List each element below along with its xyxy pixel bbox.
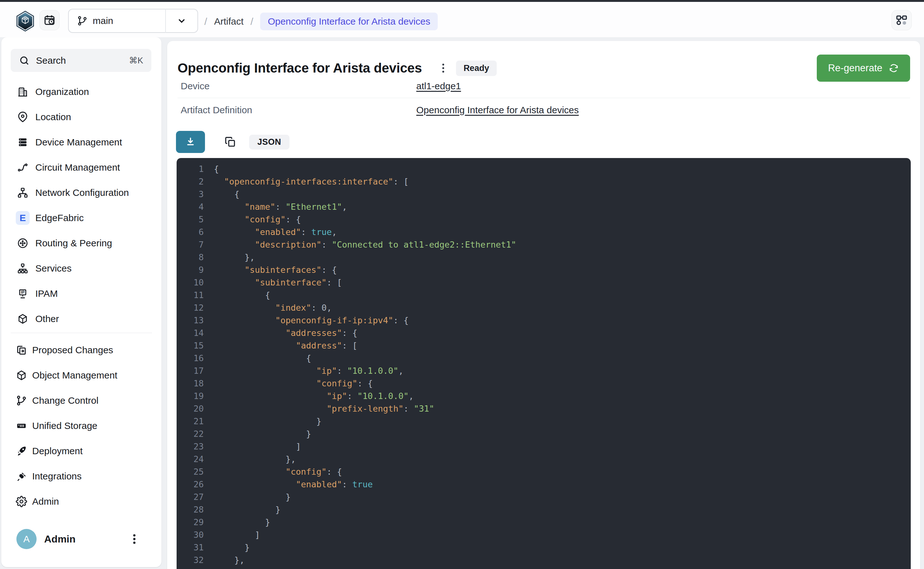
svg-text:IP: IP [21, 290, 24, 295]
router-icon [16, 236, 30, 250]
main-content: Openconfig Interface for Arista devices … [167, 41, 920, 569]
topology-apps-button[interactable] [892, 10, 912, 30]
user-kebab-menu[interactable] [128, 530, 141, 548]
search-shortcut: ⌘K [129, 56, 143, 65]
sidebar-divider [11, 333, 152, 333]
sidebar-group-primary: Organization Location Device Manageme [1, 79, 161, 332]
code-line: 19 "ip": "10.1.0.0", [176, 390, 911, 402]
building-icon [16, 85, 30, 99]
circuit-wire-icon [16, 161, 30, 174]
sidebar-item-label: Other [35, 313, 59, 324]
sidebar-item-label: Admin [32, 496, 59, 507]
sidebar-item-label: Device Management [35, 137, 122, 148]
code-line: 10 "subinterface": [ [176, 276, 911, 289]
artifact-definition-link[interactable]: Openconfig Interface for Arista devices [416, 105, 579, 116]
field-row-artifact-definition: Artifact Definition Openconfig Interface… [178, 98, 910, 122]
copy-button[interactable] [223, 134, 238, 149]
detail-fields: Device atl1-edge1 Artifact Definition Op… [178, 75, 910, 122]
code-line: 8 }, [176, 251, 911, 264]
avatar: A [17, 529, 36, 549]
git-branch-icon [15, 394, 28, 408]
format-label: JSON [249, 135, 289, 149]
search-placeholder: Search [36, 55, 129, 66]
sidebar-item-device-management[interactable]: Device Management [1, 129, 161, 155]
regenerate-label: Re-generate [828, 62, 882, 74]
sidebar-item-label: Network Configuration [35, 187, 129, 198]
sidebar-item-services[interactable]: Services [1, 256, 161, 281]
sidebar-item-label: Unified Storage [32, 420, 97, 431]
rocket-icon [15, 444, 28, 458]
sidebar-item-unified-storage[interactable]: Unified Storage [1, 413, 161, 438]
map-pin-icon [16, 110, 30, 124]
app-root: main / Artifact / Openconfig Interface f… [0, 0, 924, 569]
field-row-device: Device atl1-edge1 [178, 75, 910, 98]
title-kebab-menu[interactable] [437, 61, 450, 76]
cube-icon [16, 312, 30, 326]
sidebar-item-deployment[interactable]: Deployment [1, 438, 161, 464]
sidebar-group-secondary: Proposed Changes Object Management Ch [1, 338, 161, 514]
code-line: 30 ] [176, 529, 911, 541]
sidebar: Search ⌘K Organization [1, 37, 161, 567]
code-line: 3 { [176, 188, 911, 201]
sidebar-item-label: Object Management [32, 370, 117, 381]
sidebar-item-location[interactable]: Location [1, 104, 161, 129]
code-line: 27 } [176, 491, 911, 504]
code-line: 29 } [176, 516, 911, 529]
sidebar-item-label: IPAM [35, 288, 58, 299]
code-line: 25 "config": { [176, 466, 911, 478]
refresh-icon [889, 63, 899, 73]
code-line: 21 } [176, 415, 911, 428]
code-line: 15 "address": [ [176, 339, 911, 352]
status-badge: Ready [456, 61, 497, 76]
code-line: 22 } [176, 428, 911, 440]
code-line: 28 } [176, 504, 911, 516]
app-logo[interactable] [16, 11, 35, 32]
ip-address-icon: IP [16, 287, 30, 301]
storage-icon [15, 419, 28, 433]
breadcrumb-item-artifact[interactable]: Artifact [214, 16, 243, 27]
code-lines: 1{2 "openconfig-interfaces:interface": [… [176, 158, 911, 566]
search-input[interactable]: Search ⌘K [11, 49, 151, 72]
breadcrumb-separator: / [251, 16, 253, 27]
sidebar-item-ipam[interactable]: IP IPAM [1, 281, 161, 306]
code-line: 31 } [176, 541, 911, 554]
sidebar-item-integrations[interactable]: Integrations [1, 464, 161, 489]
sidebar-item-object-management[interactable]: Object Management [1, 363, 161, 388]
server-rack-icon [16, 135, 30, 149]
edgefabric-badge-icon: E [16, 211, 30, 225]
sidebar-item-label: Services [35, 263, 71, 274]
code-line: 11 { [176, 289, 911, 301]
download-button[interactable] [176, 131, 205, 153]
sidebar-item-circuit-management[interactable]: Circuit Management [1, 155, 161, 180]
branch-selector[interactable]: main [68, 9, 198, 33]
sidebar-item-proposed-changes[interactable]: Proposed Changes [1, 338, 161, 363]
page-title: Openconfig Interface for Arista devices [178, 61, 422, 76]
breadcrumb-current[interactable]: Openconfig Interface for Arista devices [260, 13, 438, 30]
code-viewer[interactable]: 1{2 "openconfig-interfaces:interface": [… [176, 158, 911, 569]
sidebar-item-label: Integrations [32, 471, 82, 482]
sidebar-item-network-configuration[interactable]: Network Configuration [1, 180, 161, 205]
sidebar-item-change-control[interactable]: Change Control [1, 388, 161, 413]
code-line: 4 "name": "Ethernet1", [176, 201, 911, 213]
sidebar-item-other[interactable]: Other [1, 306, 161, 332]
code-line: 17 "ip": "10.1.0.0", [176, 365, 911, 377]
sidebar-item-routing-peering[interactable]: Routing & Peering [1, 231, 161, 256]
code-line: 7 "description": "Connected to atl1-edge… [176, 239, 911, 251]
sidebar-item-organization[interactable]: Organization [1, 79, 161, 104]
user-name: Admin [44, 533, 76, 545]
sidebar-item-label: Location [35, 112, 71, 122]
sidebar-item-edgefabric[interactable]: E EdgeFabric [1, 205, 161, 231]
search-icon [19, 55, 30, 66]
code-line: 24 }, [176, 453, 911, 466]
calendar-button[interactable] [40, 10, 59, 30]
chevron-down-icon [166, 15, 198, 26]
sidebar-item-admin[interactable]: Admin [1, 489, 161, 514]
user-menu[interactable]: A Admin [1, 529, 161, 549]
top-bar: main / Artifact / Openconfig Interface f… [0, 2, 924, 37]
device-link[interactable]: atl1-edge1 [416, 81, 461, 91]
logo-cube-icon [20, 16, 30, 26]
code-line: 5 "config": { [176, 213, 911, 226]
gear-icon [15, 494, 28, 508]
code-line: 12 "index": 0, [176, 301, 911, 314]
git-branch-icon [77, 15, 88, 26]
